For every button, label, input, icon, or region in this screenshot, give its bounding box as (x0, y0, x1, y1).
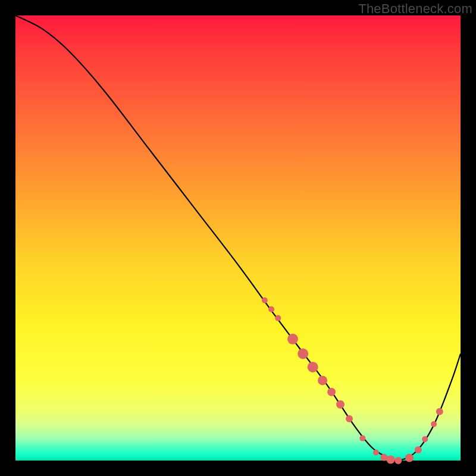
curve-markers (262, 298, 443, 464)
curve-marker (336, 400, 345, 409)
curve-marker (262, 298, 268, 303)
bottleneck-curve (15, 15, 461, 461)
curve-marker (415, 446, 422, 453)
curve-marker (298, 349, 308, 359)
curve-marker (436, 408, 443, 415)
curve-marker (268, 306, 274, 312)
curve-marker (359, 436, 365, 441)
plot-area (15, 15, 461, 461)
curve-marker (422, 436, 428, 442)
curve-marker (308, 362, 318, 372)
curve-marker (287, 334, 298, 345)
curve-marker (318, 375, 327, 385)
curve-marker (394, 457, 402, 464)
curve-marker (405, 454, 414, 462)
curve-marker (327, 388, 336, 396)
outer-frame: TheBottleneck.com (0, 0, 476, 476)
curve-marker (346, 415, 353, 422)
watermark-text: TheBottleneck.com (358, 1, 472, 17)
curve-marker (387, 456, 395, 464)
curve-marker (380, 454, 387, 461)
curve-marker (373, 450, 379, 456)
curve-marker (275, 315, 281, 321)
curve-marker (431, 421, 437, 427)
chart-svg (15, 15, 461, 461)
